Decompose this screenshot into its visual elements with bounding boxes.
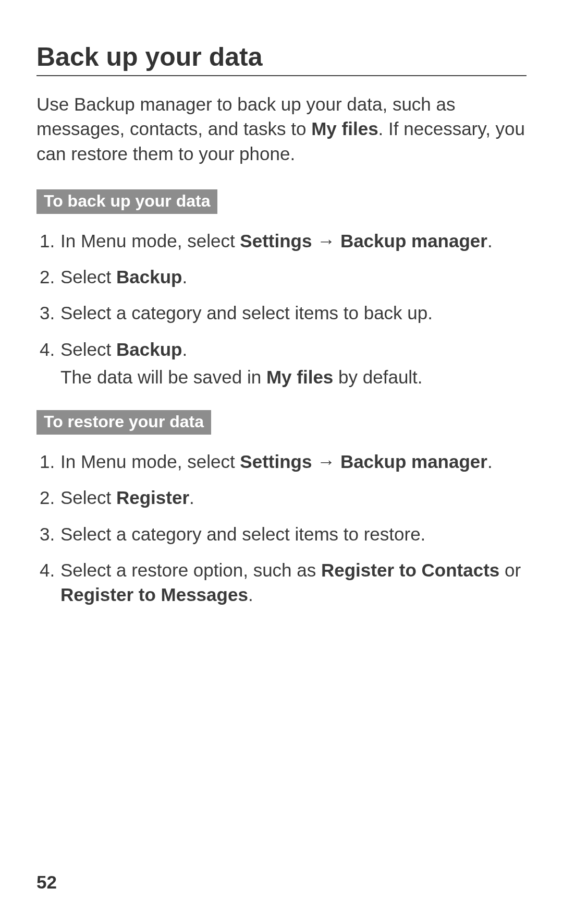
intro-bold-myfiles: My files	[311, 118, 378, 139]
section-backup: To back up your data 1. In Menu mode, se…	[36, 189, 527, 389]
step: 4. Select Backup. The data will be saved…	[36, 337, 527, 390]
step-body: Select a restore option, such as Registe…	[60, 558, 527, 607]
step: 1. In Menu mode, select Settings → Backu…	[36, 449, 527, 474]
step-number: 2.	[36, 485, 60, 510]
page-title: Back up your data	[36, 42, 527, 76]
step-body: Select Register.	[60, 485, 527, 510]
step-body: Select Backup.	[60, 265, 527, 289]
step-number: 1.	[36, 229, 60, 253]
step-body: Select a category and select items to ba…	[60, 301, 527, 325]
steps-restore: 1. In Menu mode, select Settings → Backu…	[36, 449, 527, 607]
step-number: 3.	[36, 301, 60, 325]
step: 2. Select Register.	[36, 485, 527, 510]
step-number: 4.	[36, 337, 60, 390]
step: 4. Select a restore option, such as Regi…	[36, 558, 527, 607]
page-number: 52	[36, 872, 57, 893]
step-note: The data will be saved in My files by de…	[60, 365, 527, 389]
step-number: 2.	[36, 265, 60, 289]
step-body: Select a category and select items to re…	[60, 522, 527, 546]
step: 3. Select a category and select items to…	[36, 522, 527, 546]
section-restore: To restore your data 1. In Menu mode, se…	[36, 410, 527, 607]
step: 3. Select a category and select items to…	[36, 301, 527, 325]
step-number: 4.	[36, 558, 60, 607]
step-number: 1.	[36, 449, 60, 474]
section-label-backup: To back up your data	[36, 189, 217, 214]
intro-paragraph: Use Backup manager to back up your data,…	[36, 92, 527, 166]
step: 2. Select Backup.	[36, 265, 527, 289]
step-body: In Menu mode, select Settings → Backup m…	[60, 449, 527, 474]
section-label-restore: To restore your data	[36, 410, 211, 435]
step: 1. In Menu mode, select Settings → Backu…	[36, 229, 527, 253]
document-page: Back up your data Use Backup manager to …	[0, 0, 563, 924]
steps-backup: 1. In Menu mode, select Settings → Backu…	[36, 229, 527, 389]
step-body: Select Backup. The data will be saved in…	[60, 337, 527, 390]
step-number: 3.	[36, 522, 60, 546]
step-body: In Menu mode, select Settings → Backup m…	[60, 229, 527, 253]
